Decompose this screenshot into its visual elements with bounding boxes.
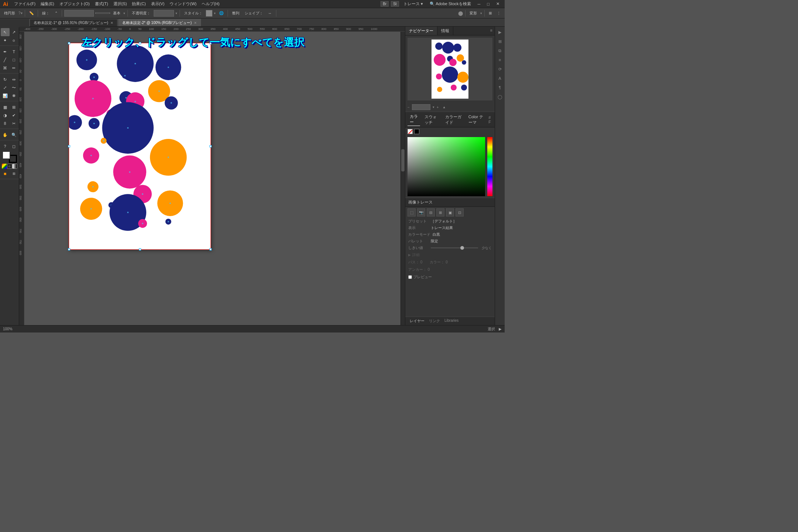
- menu-file[interactable]: ファイル(F): [12, 1, 38, 7]
- rotate-tool[interactable]: ↻: [1, 75, 10, 83]
- trace-menu[interactable]: トレース ▾: [401, 1, 425, 7]
- handle-tl[interactable]: [68, 42, 70, 44]
- fill-indicator[interactable]: [407, 129, 413, 134]
- canvas-inner[interactable]: 左クリック、ドラッグして一気にすべてを選択: [24, 32, 400, 325]
- scale-tool[interactable]: ⤢: [1, 83, 10, 92]
- handle-ml[interactable]: [68, 145, 70, 147]
- column-graph-tool[interactable]: ▦: [1, 103, 10, 111]
- resize-icon[interactable]: ⋮: [495, 10, 502, 16]
- close-btn[interactable]: ✕: [494, 1, 502, 7]
- color-mode-icon[interactable]: [2, 164, 7, 169]
- foreground-icon[interactable]: ◼: [1, 170, 10, 178]
- stroke-up-btn[interactable]: ⌃: [53, 10, 59, 16]
- tab-1[interactable]: 名称未設定-1* @ 155.91% (RGB/プレビュー) ✕: [30, 19, 117, 26]
- pen-tool[interactable]: ✒: [1, 48, 10, 56]
- shape-resize-icon[interactable]: ↔: [266, 10, 274, 16]
- help-tool[interactable]: ?: [1, 142, 10, 150]
- menu-help[interactable]: ヘルプ(H): [200, 1, 222, 7]
- trace-icon-5[interactable]: ▣: [446, 208, 454, 216]
- zoom-tool[interactable]: 🔍: [10, 131, 18, 139]
- fill-stroke-indicator[interactable]: [2, 151, 17, 163]
- rp-transform-icon[interactable]: ⟳: [496, 65, 504, 73]
- stock-icon[interactable]: St: [391, 1, 399, 7]
- menu-effect[interactable]: 効果(C): [130, 1, 148, 7]
- question-icon[interactable]: ?▾: [18, 11, 23, 15]
- gradient-tool[interactable]: ◑: [1, 111, 10, 119]
- theme-tab[interactable]: Color テーマ: [466, 113, 486, 126]
- menu-select[interactable]: 選択(S): [111, 1, 129, 7]
- mirror-tool[interactable]: ⇔: [10, 75, 18, 83]
- handle-br[interactable]: [209, 248, 212, 250]
- rect-tool[interactable]: □: [10, 56, 18, 64]
- rp-text-icon[interactable]: A: [496, 74, 504, 82]
- maximize-btn[interactable]: □: [485, 1, 492, 7]
- transform-arrow[interactable]: ▾: [480, 11, 482, 15]
- handle-bm[interactable]: [139, 248, 141, 250]
- lasso-tool[interactable]: ⌾: [10, 36, 18, 44]
- brush-tool[interactable]: ⌘: [1, 64, 10, 72]
- warp-tool[interactable]: 〜: [10, 83, 18, 92]
- mesh-tool[interactable]: ⊞: [10, 103, 18, 111]
- stroke-indicator[interactable]: [414, 129, 419, 134]
- trace-icon-3[interactable]: ⊟: [427, 208, 435, 216]
- rp-align-icon[interactable]: ≡: [496, 56, 504, 64]
- rp-para-icon[interactable]: ¶: [496, 83, 504, 92]
- zoom-arrow[interactable]: ▾: [433, 105, 434, 109]
- direct-selection-tool[interactable]: ↗: [10, 28, 18, 36]
- pencil-tool[interactable]: ✏: [10, 64, 18, 72]
- zoom-up-icon[interactable]: ▲: [443, 105, 446, 109]
- selection-tool[interactable]: ↖: [1, 28, 10, 36]
- stroke-weight-arrow[interactable]: ▾: [123, 11, 125, 15]
- hue-slider[interactable]: [487, 137, 492, 196]
- handle-tm[interactable]: [139, 42, 141, 44]
- stock-search[interactable]: 🔍 Adobe Stockを検索: [427, 1, 473, 7]
- eraser-tool[interactable]: ◻: [10, 142, 18, 150]
- blend-tool[interactable]: 8: [1, 119, 10, 127]
- preview-checkbox[interactable]: [408, 275, 412, 279]
- handle-bl[interactable]: [68, 248, 70, 250]
- swatch-tab[interactable]: スウォッチ: [422, 113, 440, 126]
- grid-icon[interactable]: ⊞: [487, 10, 494, 16]
- color-picker-gradient[interactable]: [407, 137, 485, 196]
- graph-tool[interactable]: 📊: [1, 92, 10, 100]
- none-fill-icon[interactable]: ⊘: [7, 164, 12, 169]
- opacity-arrow[interactable]: ▾: [175, 11, 177, 15]
- menu-object[interactable]: オブジェクト(O): [57, 1, 92, 7]
- tab-2-close[interactable]: ✕: [194, 21, 197, 25]
- menu-view[interactable]: 表示(V): [149, 1, 167, 7]
- scissors-tool[interactable]: ✂: [10, 119, 18, 127]
- hand-tool[interactable]: ✋: [1, 131, 10, 139]
- zoom-plus-icon[interactable]: +: [437, 105, 439, 109]
- panel-collapse-btn[interactable]: ≡: [488, 27, 495, 35]
- bridge-icon[interactable]: Br: [381, 1, 389, 7]
- color-tab[interactable]: カラー: [407, 113, 420, 126]
- zoom-minus-icon[interactable]: −: [407, 105, 410, 109]
- menu-type[interactable]: 書式(T): [93, 1, 110, 7]
- threshold-slider[interactable]: [431, 248, 478, 248]
- minimize-btn[interactable]: ─: [475, 1, 483, 7]
- tab-info[interactable]: 情報: [437, 27, 453, 35]
- style-arrow[interactable]: ▾: [214, 11, 216, 15]
- type-tool[interactable]: T: [10, 48, 18, 56]
- trace-icon-2[interactable]: 📷: [417, 208, 425, 216]
- rp-play-icon[interactable]: ▶: [496, 28, 504, 36]
- canvas-scrollbar-v[interactable]: [400, 32, 405, 325]
- rp-round-icon[interactable]: ◯: [496, 93, 504, 101]
- screen-mode-icon[interactable]: ⊞: [10, 170, 18, 178]
- libraries-tab[interactable]: Libraries: [442, 318, 461, 324]
- pen-tool-icon[interactable]: ✏️: [27, 10, 35, 16]
- trace-icon-1[interactable]: ⬚: [407, 208, 416, 216]
- eyedropper-tool[interactable]: ✔: [10, 111, 18, 119]
- opacity-input[interactable]: 100%: [154, 10, 174, 17]
- trace-icon-4[interactable]: ⊞: [436, 208, 444, 216]
- link-tab[interactable]: リンク: [427, 318, 442, 324]
- tab-2[interactable]: 名称未設定-2* @ 100% (RGB/プレビュー) ✕: [118, 19, 201, 26]
- fill-box[interactable]: [2, 151, 10, 159]
- line-tool[interactable]: ╱: [1, 56, 10, 64]
- rp-link-icon[interactable]: ⧉: [496, 47, 504, 55]
- guide-tab[interactable]: カラーガイド: [443, 113, 464, 126]
- scrollbar-thumb[interactable]: [401, 149, 405, 171]
- threshold-knob[interactable]: [460, 246, 464, 250]
- menu-window[interactable]: ウィンドウ(W): [167, 1, 199, 7]
- stroke-color-input[interactable]: [64, 10, 94, 17]
